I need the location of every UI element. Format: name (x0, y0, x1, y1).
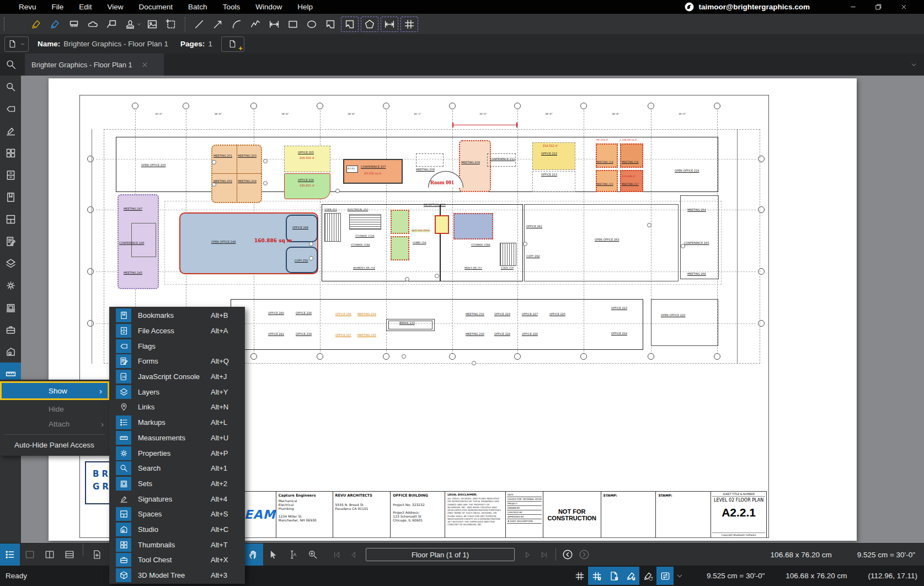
grid-toggle[interactable] (571, 567, 588, 585)
room-label: A7.01 (348, 168, 355, 171)
panel-menu-item-spaces[interactable]: SpacesAlt+S (109, 507, 245, 522)
split-horizontal[interactable] (60, 544, 79, 566)
polygon-tool[interactable] (321, 16, 340, 33)
previous-page-button[interactable] (345, 546, 361, 563)
context-menu-item-show[interactable]: Show› (0, 381, 109, 400)
polyline-tool[interactable] (246, 16, 265, 33)
panel-menu-item-signatures[interactable]: SignaturesAlt+4 (109, 491, 245, 507)
sidebar-item-forms[interactable] (0, 230, 21, 252)
close-button[interactable] (891, 0, 916, 14)
image-tool[interactable] (143, 16, 162, 33)
ellipse-tool[interactable] (302, 16, 321, 33)
callout-tool[interactable] (102, 16, 121, 33)
sidebar-item-file-access[interactable] (0, 164, 21, 186)
menu-file[interactable]: File (44, 3, 72, 11)
panel-menu-item-studio[interactable]: StudioAlt+C (109, 522, 245, 537)
panel-menu-item-thumbnails[interactable]: ThumbnailsAlt+T (109, 537, 245, 552)
split-vertical[interactable] (40, 544, 60, 566)
dimension-tool[interactable] (265, 16, 284, 33)
previous-view-button[interactable] (559, 546, 576, 563)
highlight-tool[interactable] (27, 16, 46, 33)
measure-volume-tool[interactable] (361, 17, 378, 32)
menu-view[interactable]: View (100, 3, 131, 11)
synchronize-views[interactable] (656, 567, 674, 585)
snapshot-tool[interactable] (162, 16, 180, 33)
restore-button[interactable] (866, 0, 891, 14)
list-icon (116, 415, 131, 429)
menu-edit[interactable]: Edit (71, 3, 99, 11)
sidebar-item-search[interactable] (0, 76, 21, 98)
eraser-tool[interactable] (65, 16, 83, 33)
panel-menu-item-layers[interactable]: LayersAlt+Y (109, 384, 245, 399)
sidebar-item-sets[interactable] (0, 296, 21, 318)
single-pane[interactable] (20, 544, 40, 566)
last-page-button[interactable] (536, 546, 552, 563)
sidebar-item-signatures[interactable] (0, 120, 21, 142)
menu-window[interactable]: Window (248, 3, 290, 11)
panel-menu-item-links[interactable]: LinksAlt+N (109, 399, 245, 415)
panel-menu-item-sets[interactable]: SetsAlt+2 (109, 476, 245, 492)
measure-length-tool[interactable] (381, 17, 398, 32)
context-menu-item-auto-hide-panel-access[interactable]: Auto-Hide Panel Access (0, 438, 109, 452)
menu-revu[interactable]: Revu (11, 3, 44, 11)
cloud-tool[interactable] (83, 16, 102, 33)
first-page-button[interactable] (328, 546, 345, 563)
panel-menu-item-properties[interactable]: PropertiesAlt+P (109, 445, 245, 461)
next-page-button[interactable] (519, 546, 536, 563)
arrow-tool[interactable] (209, 16, 227, 33)
sidebar-item-properties[interactable] (0, 274, 21, 296)
pan-tool[interactable] (243, 544, 263, 566)
panel-menu-item-forms[interactable]: FormsAlt+Q (109, 354, 245, 369)
panel-menu-item-markups[interactable]: MarkupsAlt+L (109, 415, 245, 430)
snap-to-markup[interactable] (622, 567, 639, 585)
rectangle-tool[interactable] (284, 16, 302, 33)
measure-area-tool[interactable] (341, 17, 359, 32)
search-icon[interactable] (5, 58, 17, 71)
menu-tools[interactable]: Tools (215, 3, 248, 11)
page-field[interactable]: Floor Plan (1 of 1) (366, 548, 515, 561)
room-label: MEETING 203 (238, 155, 257, 158)
select-text-tool[interactable] (283, 544, 303, 566)
panel-menu-item-3d-model-tree[interactable]: 3D Model TreeAlt+3 (109, 568, 245, 583)
menu-help[interactable]: Help (290, 3, 321, 11)
sidebar-item-flags[interactable] (0, 98, 21, 120)
fit-page[interactable] (87, 544, 106, 566)
snap-to-content[interactable] (605, 567, 622, 585)
sidebar-item-layers[interactable] (0, 252, 21, 274)
minimize-button[interactable] (840, 0, 866, 14)
next-view-button[interactable] (576, 546, 592, 563)
sidebar-item-bookmarks[interactable] (0, 186, 21, 208)
insert-page-button[interactable]: + (221, 36, 244, 52)
panel-menu-item-javascript-console[interactable]: JavaScript ConsoleAlt+J (109, 369, 245, 385)
zoom-tool[interactable] (303, 544, 323, 566)
account-email[interactable]: taimoor@brightergraphics.com (699, 3, 810, 11)
sidebar-item-spaces[interactable] (0, 208, 21, 230)
tab-overflow-chevron-icon[interactable] (910, 61, 917, 68)
select-tool[interactable] (263, 544, 283, 566)
synchronize-views-chevron-icon[interactable] (676, 572, 683, 580)
stamp-tool-chevron-icon[interactable] (136, 22, 142, 27)
measure-count-tool[interactable] (400, 17, 418, 32)
document-tab[interactable]: Brighter Graphics - Floor Plan 1 (25, 54, 164, 76)
pen-tool[interactable] (46, 16, 65, 33)
sidebar-item-tool-chest[interactable] (0, 318, 21, 340)
panel-menu-item-tool-chest[interactable]: Tool ChestAlt+X (109, 552, 245, 568)
tab-close-icon[interactable] (141, 61, 148, 68)
arc-tool[interactable] (227, 16, 246, 33)
panel-menu-item-bookmarks[interactable]: BookmarksAlt+B (109, 308, 245, 323)
panel-menu-item-file-access[interactable]: File AccessAlt+A (109, 323, 245, 339)
menu-document[interactable]: Document (131, 3, 181, 11)
panel-menu-item-measurements[interactable]: MeasurementsAlt+U (109, 430, 245, 446)
toolbar-grip[interactable] (4, 18, 4, 31)
snap-to-grid[interactable] (588, 567, 605, 585)
panel-menu-item-flags[interactable]: Flags (109, 338, 245, 354)
menu-batch[interactable]: Batch (180, 3, 215, 11)
sidebar-item-studio[interactable] (0, 340, 21, 363)
markup-sequence[interactable] (639, 567, 656, 585)
markup-list-toggle[interactable] (0, 544, 20, 566)
panel-menu-item-search[interactable]: SearchAlt+1 (109, 461, 245, 476)
sidebar-item-thumbnails[interactable] (0, 142, 21, 164)
text-box-tool[interactable] (8, 16, 27, 33)
file-menu-button[interactable] (4, 36, 29, 52)
line-tool[interactable] (190, 16, 209, 33)
